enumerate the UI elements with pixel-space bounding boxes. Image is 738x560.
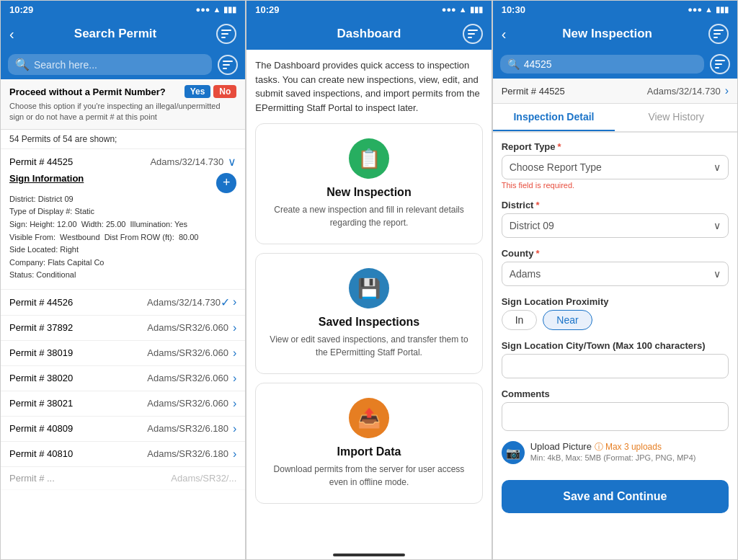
permit-item-0[interactable]: Permit # 44525 Adams/32/14.730 ∨ Sign In… (1, 149, 245, 290)
city-field: Sign Location City/Town (Max 100 charact… (502, 340, 729, 378)
permit-chevron-7: › (233, 448, 236, 461)
permit-number-3: Permit # 38019 (9, 347, 73, 358)
import-data-icon: 📤 (349, 398, 389, 438)
permit-number-0: Permit # 44525 (9, 156, 73, 167)
sign-info-title: Sign Information (9, 173, 84, 184)
tab-inspection-detail[interactable]: Inspection Detail (493, 104, 615, 131)
search-icon-3: 🔍 (507, 58, 520, 70)
permit-number-5: Permit # 38021 (9, 398, 73, 409)
permit-number-1: Permit # 44526 (9, 297, 73, 308)
permit-list: Permit # 44525 Adams/32/14.730 ∨ Sign In… (1, 149, 245, 559)
filter-options-icon-3[interactable] (710, 54, 730, 74)
report-type-required: * (558, 141, 561, 152)
permit-address-0: Adams/32/14.730 (150, 156, 223, 167)
notice-text: Choose this option if you're inspecting … (9, 101, 236, 123)
search-bar-1: 🔍 (1, 50, 245, 79)
district-select[interactable]: District 09 ∨ (502, 213, 729, 238)
sign-info-details: District: District 09 Type of Display #:… (9, 193, 236, 282)
battery-icon-2: ▮▮▮ (470, 5, 483, 14)
permit-number-7: Permit # 40810 (9, 448, 73, 459)
status-time-3: 10:30 (502, 4, 525, 15)
upload-icon[interactable]: 📷 (502, 441, 525, 464)
add-sign-button[interactable]: + (216, 173, 236, 193)
search-box-3[interactable]: 🔍 44525 (500, 55, 704, 74)
county-select[interactable]: Adams ∨ (502, 262, 729, 286)
notice-yes-button[interactable]: Yes (184, 85, 211, 98)
permit-item-4[interactable]: Permit # 38020 Adams/SR32/6.060 › (1, 366, 245, 391)
permit-item-3[interactable]: Permit # 38019 Adams/SR32/6.060 › (1, 341, 245, 366)
sign-info-section: Sign Information + District: District 09… (9, 169, 236, 283)
saved-inspections-card[interactable]: 💾 Saved Inspections View or edit saved i… (255, 253, 482, 374)
proximity-in-button[interactable]: In (502, 310, 538, 330)
permit-item-6[interactable]: Permit # 40809 Adams/SR32/6.180 › (1, 417, 245, 442)
search-input-1[interactable] (34, 59, 205, 71)
city-label: Sign Location City/Town (Max 100 charact… (502, 340, 729, 351)
district-label: District * (502, 200, 729, 210)
status-time-1: 10:29 (9, 4, 33, 15)
city-input[interactable] (502, 354, 729, 378)
permit-address-6: Adams/SR32/6.180 (147, 423, 228, 434)
screen-new-inspection: 10:30 ●●● ▲ ▮▮▮ ‹ New Inspection 🔍 (492, 0, 738, 560)
permit-item-5[interactable]: Permit # 38021 Adams/SR32/6.060 › (1, 391, 245, 417)
nav-title-3: New Inspection (562, 27, 652, 41)
signal-icon-2: ●●● (442, 5, 456, 14)
search-input-wrapper-1[interactable]: 🔍 (8, 54, 212, 75)
new-inspection-icon: 📋 (349, 138, 389, 179)
wifi-icon: ▲ (213, 5, 221, 14)
report-type-field: Report Type * Choose Report Type ∨ This … (502, 141, 729, 190)
upload-limit-text: Max 3 uploads (605, 442, 662, 452)
import-data-card[interactable]: 📤 Import Data Download permits from the … (255, 383, 482, 504)
filter-icon-1[interactable] (216, 24, 236, 44)
permit-item-1[interactable]: Permit # 44526 Adams/32/14.730 ✓ › (1, 290, 245, 316)
proximity-group: In Near (502, 310, 729, 330)
district-field: District * District 09 ∨ (502, 200, 729, 238)
filter-options-icon[interactable] (218, 55, 238, 75)
permit-address-2: Adams/SR32/6.060 (147, 322, 228, 333)
battery-icon: ▮▮▮ (223, 5, 236, 14)
upload-limit: ⓘ (595, 442, 605, 452)
nav-title-2: Dashboard (337, 27, 401, 41)
nav-bar-3: ‹ New Inspection (493, 18, 737, 50)
back-icon[interactable]: ‹ (9, 26, 14, 43)
battery-icon-3: ▮▮▮ (716, 5, 729, 14)
comments-field: Comments (502, 388, 729, 431)
status-bar-3: 10:30 ●●● ▲ ▮▮▮ (493, 1, 737, 18)
county-value: Adams (510, 268, 541, 280)
save-continue-button[interactable]: Save and Continue (502, 480, 729, 513)
permit-link-chevron: › (725, 84, 729, 97)
district-required: * (535, 200, 539, 210)
tab-view-history[interactable]: View History (615, 104, 737, 131)
status-icons-1: ●●● ▲ ▮▮▮ (196, 5, 237, 14)
search-value-3: 44525 (524, 58, 552, 70)
permit-link-number: Permit # 44525 (502, 86, 565, 97)
report-type-select[interactable]: Choose Report Type ∨ (502, 155, 729, 179)
permit-item-2[interactable]: Permit # 37892 Adams/SR32/6.060 › (1, 316, 245, 341)
saved-inspections-title: Saved Inspections (319, 316, 420, 329)
nav-bar-2: Dashboard (246, 18, 491, 50)
wifi-icon-2: ▲ (459, 5, 467, 14)
search-bar-3: 🔍 44525 (493, 50, 737, 79)
back-icon-3[interactable]: ‹ (502, 26, 507, 43)
comments-input[interactable] (502, 402, 729, 431)
filter-icon-2[interactable] (463, 24, 483, 44)
permit-address-5: Adams/SR32/6.060 (147, 398, 228, 409)
notice-no-button[interactable]: No (213, 85, 236, 98)
tabs-bar: Inspection Detail View History (493, 104, 737, 133)
status-icons-3: ●●● ▲ ▮▮▮ (688, 5, 729, 14)
new-inspection-card[interactable]: 📋 New Inspection Create a new inspection… (255, 123, 482, 244)
permit-link-bar[interactable]: Permit # 44525 Adams/32/14.730 › (493, 79, 737, 104)
import-data-title: Import Data (337, 445, 401, 458)
county-field: County * Adams ∨ (502, 248, 729, 286)
permit-link-address: Adams/32/14.730 (647, 86, 721, 97)
filter-icon-3[interactable] (708, 24, 729, 44)
home-indicator (246, 545, 491, 559)
report-type-chevron: ∨ (713, 161, 721, 173)
proximity-near-button[interactable]: Near (543, 310, 592, 330)
permit-number-4: Permit # 38020 (9, 373, 73, 383)
report-type-placeholder: Choose Report Type (510, 161, 602, 173)
permit-notice: Proceed without a Permit Number? Yes No … (1, 79, 245, 130)
proximity-field: Sign Location Proximity In Near (502, 296, 729, 330)
permit-chevron-0: ∨ (228, 155, 236, 169)
status-icons-2: ●●● ▲ ▮▮▮ (442, 5, 483, 14)
permit-item-7[interactable]: Permit # 40810 Adams/SR32/6.180 › (1, 442, 245, 467)
